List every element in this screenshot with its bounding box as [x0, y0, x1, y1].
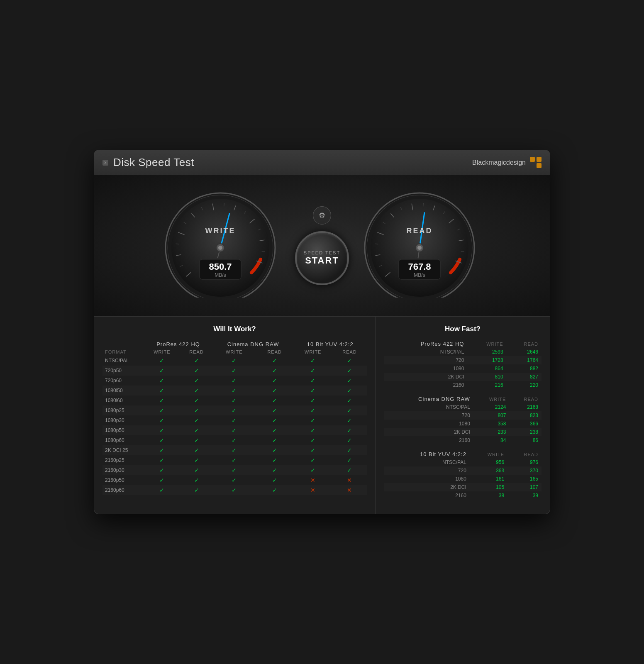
check-icon: ✓	[159, 377, 164, 384]
app-title: Disk Speed Test	[113, 156, 194, 169]
table-row: 1080p60✓✓✓✓✓✓	[102, 435, 367, 445]
row-label: 2160	[384, 491, 470, 500]
list-item: 2160 38 39	[384, 491, 542, 500]
check-icon: ✓	[310, 357, 315, 364]
will-it-work-title: Will It Work?	[102, 325, 367, 333]
start-button-line2: START	[305, 255, 339, 266]
app-window: x Disk Speed Test Blackmagicdesign	[94, 150, 550, 514]
check-icon: ✓	[272, 387, 277, 394]
check-icon: ✓	[194, 477, 199, 483]
check-cell: ✓	[180, 455, 212, 465]
check-cell: ✓	[213, 405, 256, 415]
row-label: 1080	[384, 475, 470, 483]
write-value: 956	[470, 458, 507, 466]
check-icon: ✓	[232, 447, 237, 454]
format-cell: 1080p25	[102, 405, 144, 415]
check-cell: ✕	[294, 475, 332, 485]
list-item: 1080 358 366	[384, 420, 542, 428]
check-icon: ✓	[194, 447, 199, 454]
check-icon: ✓	[347, 437, 352, 444]
check-cell: ✓	[213, 435, 256, 445]
check-icon: ✓	[232, 367, 237, 374]
read-value: 220	[507, 381, 542, 389]
list-item: 720 807 823	[384, 411, 542, 420]
check-cell: ✓	[144, 395, 180, 405]
svg-text:MB/s: MB/s	[414, 272, 425, 278]
write-column-header: WRITE	[473, 395, 510, 403]
read-value: 2646	[507, 348, 542, 356]
settings-button[interactable]: ⚙	[313, 206, 331, 225]
read-value: 2168	[509, 403, 542, 411]
check-icon: ✓	[232, 377, 237, 384]
check-cell: ✓	[213, 425, 256, 435]
svg-line-47	[461, 251, 464, 252]
check-cell: ✓	[256, 376, 294, 386]
check-icon: ✓	[232, 387, 237, 394]
check-cell: ✓	[294, 376, 332, 386]
check-icon: ✓	[347, 357, 352, 364]
read-value: 366	[509, 420, 542, 428]
row-label: 2160	[384, 436, 473, 444]
check-cell: ✓	[180, 415, 212, 425]
format-column-header	[102, 340, 144, 348]
how-fast-table: ProRes 422 HQ WRITE READ NTSC/PAL 2593 2…	[384, 340, 542, 389]
row-label: 720	[384, 356, 467, 364]
check-cell: ✓	[144, 435, 180, 445]
start-button[interactable]: SPEED TEST START	[295, 231, 349, 285]
group-name-header: ProRes 422 HQ	[384, 340, 467, 348]
check-icon: ✓	[310, 457, 315, 464]
check-cell: ✓	[180, 425, 212, 435]
read-value: 370	[507, 466, 542, 475]
start-button-line1: SPEED TEST	[304, 250, 340, 255]
check-cell: ✓	[294, 425, 332, 435]
format-cell: 2160p25	[102, 455, 144, 465]
check-cell: ✓	[256, 395, 294, 405]
check-icon: ✓	[232, 467, 237, 474]
check-cell: ✓	[332, 435, 367, 445]
check-cell: ✓	[332, 356, 367, 366]
svg-text:767.8: 767.8	[408, 261, 431, 272]
check-icon: ✓	[194, 367, 199, 374]
row-label: 2160	[384, 381, 467, 389]
check-cell: ✕	[294, 485, 332, 495]
write-value: 161	[470, 475, 507, 483]
check-cell: ✓	[256, 415, 294, 425]
prores-write-header: WRITE	[144, 348, 180, 356]
check-cell: ✓	[180, 366, 212, 376]
check-cell: ✓	[256, 405, 294, 415]
prores-header: ProRes 422 HQ	[144, 340, 212, 348]
check-icon: ✓	[159, 457, 164, 464]
read-value: 1764	[507, 356, 542, 364]
list-item: 720 1728 1764	[384, 356, 542, 364]
cross-icon: ✕	[347, 487, 352, 493]
group-name-header: 10 Bit YUV 4:2:2	[384, 450, 470, 458]
check-cell: ✓	[294, 435, 332, 445]
close-button[interactable]: x	[102, 160, 108, 166]
check-icon: ✓	[347, 457, 352, 464]
check-cell: ✓	[294, 386, 332, 395]
check-icon: ✓	[310, 437, 315, 444]
brand-logo: Blackmagicdesign	[472, 157, 542, 168]
check-icon: ✓	[347, 417, 352, 424]
row-label: NTSC/PAL	[384, 458, 470, 466]
check-cell: ✓	[144, 376, 180, 386]
row-label: NTSC/PAL	[384, 403, 473, 411]
check-icon: ✓	[232, 477, 237, 483]
check-icon: ✓	[194, 357, 199, 364]
list-item: 2K DCI 233 238	[384, 428, 542, 436]
write-value: 1728	[467, 356, 506, 364]
check-icon: ✓	[194, 377, 199, 384]
format-cell: 2160p50	[102, 475, 144, 485]
check-icon: ✓	[272, 377, 277, 384]
check-icon: ✓	[232, 427, 237, 434]
check-cell: ✓	[332, 405, 367, 415]
read-gauge-container: READ 767.8 MB/s	[361, 190, 482, 302]
format-cell: 1080i50	[102, 386, 144, 395]
svg-text:READ: READ	[406, 227, 432, 235]
write-value: 2593	[467, 348, 506, 356]
check-cell: ✓	[332, 465, 367, 475]
check-icon: ✓	[272, 457, 277, 464]
how-fast-panel: How Fast? ProRes 422 HQ WRITE READ NTSC/…	[376, 317, 550, 514]
check-icon: ✓	[232, 437, 237, 444]
check-icon: ✓	[272, 407, 277, 414]
